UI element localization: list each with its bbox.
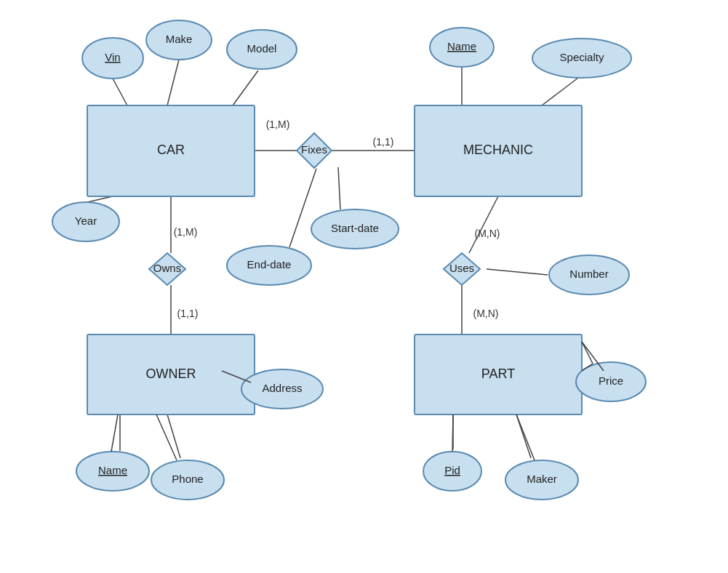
line-part-maker	[516, 414, 531, 458]
cardinality-car-fixes: (1,M)	[266, 119, 290, 130]
line-car-year	[87, 196, 113, 202]
phone-label: Phone	[172, 473, 203, 485]
year-label: Year	[75, 215, 97, 227]
line-car-model	[233, 71, 258, 105]
line-mechanic-uses	[469, 196, 498, 253]
owner-label: OWNER	[146, 366, 196, 381]
cardinality-mechanic-uses: (M,N)	[475, 228, 500, 239]
er-diagram: CAR MECHANIC OWNER PART Fixes Owns Uses …	[0, 0, 728, 573]
uses-label: Uses	[449, 262, 474, 274]
line-part-price4	[582, 342, 593, 364]
line-uses-number	[487, 269, 548, 275]
mechanic-label: MECHANIC	[463, 143, 533, 157]
cardinality-uses-part: (M,N)	[473, 308, 499, 319]
end-date-label: End-date	[247, 258, 292, 271]
cardinality-owns-owner: (1,1)	[177, 308, 199, 319]
maker-label: Maker	[527, 473, 557, 485]
cardinality-fixes-mechanic: (1,1)	[373, 136, 394, 148]
mechanic-name-label: Name	[447, 40, 476, 52]
part-label: PART	[481, 366, 515, 381]
cardinality-car-owns: (1,M)	[174, 226, 198, 238]
vin-label: Vin	[105, 51, 120, 63]
car-label: CAR	[157, 143, 185, 157]
owns-label: Owns	[153, 262, 181, 274]
fixes-label: Fixes	[301, 143, 327, 156]
start-date-label: Start-date	[331, 222, 379, 234]
number-label: Number	[569, 268, 608, 280]
line-owner-phone	[167, 414, 180, 458]
owner-name-label: Name	[98, 464, 127, 476]
line-mechanic-specialty	[542, 78, 578, 105]
price-label: Price	[599, 374, 623, 387]
address-label: Address	[262, 382, 302, 394]
line-fixes-startdate	[338, 167, 340, 209]
specialty-label: Specialty	[560, 51, 604, 63]
line-fixes-enddate	[289, 169, 316, 247]
line-car-vin	[113, 79, 127, 105]
pid-label: Pid	[444, 464, 460, 476]
model-label: Model	[247, 42, 277, 55]
make-label: Make	[166, 33, 193, 45]
line-car-make	[167, 60, 179, 105]
